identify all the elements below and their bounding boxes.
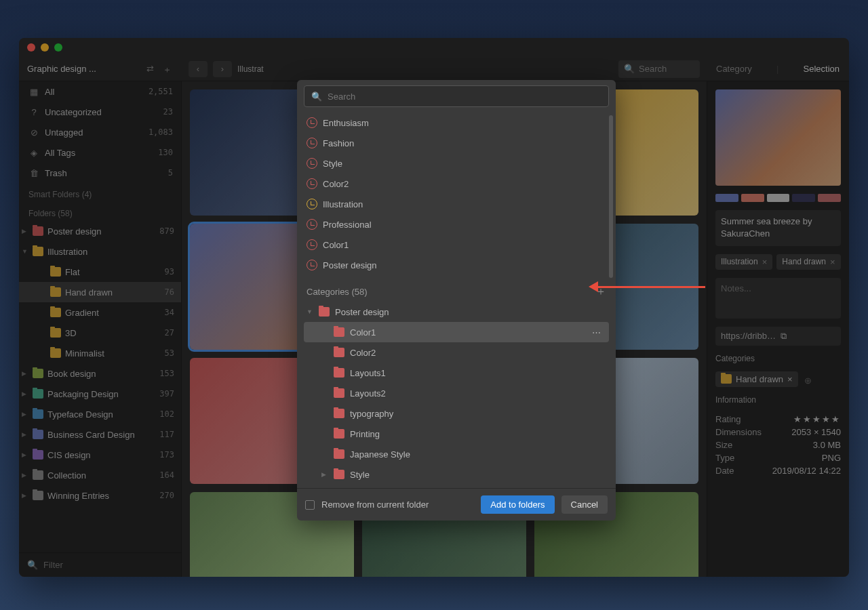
modal-folder-color1[interactable]: Color1 ⋯: [304, 322, 609, 342]
modal-folder-typography[interactable]: typography: [304, 403, 609, 424]
modal-folder-layouts2[interactable]: Layouts2: [304, 383, 609, 403]
modal-folder-poster-design[interactable]: ▼ Poster design: [304, 302, 609, 322]
modal-search[interactable]: 🔍: [304, 85, 609, 107]
modal-scrollbar[interactable]: [609, 115, 613, 278]
add-to-folder-modal: 🔍 Enthusiasm Fashion Style Color2 Illust…: [297, 80, 616, 521]
folder-icon: [334, 409, 344, 418]
recent-item-color1[interactable]: Color1: [304, 235, 609, 255]
more-options-icon[interactable]: ⋯: [587, 327, 606, 338]
search-icon: 🔍: [311, 92, 322, 102]
folder-icon: [334, 429, 344, 439]
add-to-folders-button[interactable]: Add to folders: [481, 495, 554, 514]
cancel-button[interactable]: Cancel: [561, 495, 608, 514]
modal-folder-layouts1[interactable]: Layouts1: [304, 363, 609, 383]
remove-from-current-checkbox[interactable]: [305, 500, 315, 510]
clock-icon: [307, 117, 317, 128]
clock-icon: [307, 239, 317, 250]
app-window: Graphic design ... ⇄ ＋ ‹ › Illustrat 🔍 S…: [19, 38, 849, 577]
recent-item-poster-design[interactable]: Poster design: [304, 255, 609, 275]
recent-list: Enthusiasm Fashion Style Color2 Illustra…: [297, 113, 616, 279]
modal-footer: Remove from current folder Add to folder…: [297, 488, 616, 521]
categories-section-header: Categories (58) ＋: [297, 279, 616, 302]
folder-icon: [334, 348, 344, 357]
folder-icon: [334, 449, 344, 459]
remove-from-current-label: Remove from current folder: [321, 500, 474, 510]
disclosure-caret[interactable]: ▶: [321, 471, 328, 478]
clock-icon: [307, 158, 317, 169]
folder-icon: [334, 470, 344, 479]
recent-item-color2[interactable]: Color2: [304, 174, 609, 194]
modal-folder-style[interactable]: ▶ Style: [304, 464, 609, 485]
recent-item-illustration[interactable]: Illustration: [304, 194, 609, 214]
clock-icon: [307, 219, 317, 230]
folder-icon: [319, 307, 330, 317]
clock-icon: [307, 138, 317, 148]
folder-icon: [334, 388, 344, 398]
clock-icon: [307, 260, 317, 270]
modal-folder-japanese-style[interactable]: Japanese Style: [304, 444, 609, 464]
annotation-arrow: [597, 286, 705, 288]
recent-item-fashion[interactable]: Fashion: [304, 133, 609, 153]
recent-item-style[interactable]: Style: [304, 153, 609, 174]
folder-icon: [334, 327, 344, 337]
folder-icon: [334, 368, 344, 378]
modal-folder-color2[interactable]: Color2: [304, 342, 609, 363]
disclosure-caret[interactable]: ▼: [307, 308, 313, 315]
recent-item-professional[interactable]: Professional: [304, 214, 609, 235]
modal-folder-printing[interactable]: Printing: [304, 424, 609, 444]
folder-tree: ▼ Poster design Color1 ⋯ Color2 Layouts1…: [297, 302, 616, 488]
recent-item-enthusiasm[interactable]: Enthusiasm: [304, 113, 609, 133]
modal-search-input[interactable]: [328, 92, 601, 102]
clock-icon: [307, 199, 317, 209]
clock-icon: [307, 178, 317, 189]
